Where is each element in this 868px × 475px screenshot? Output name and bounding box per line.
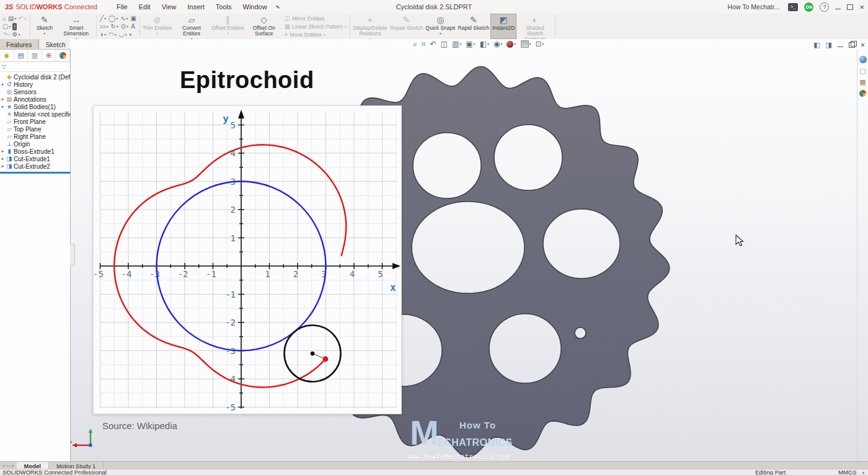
doc-restore-button[interactable] bbox=[849, 42, 855, 48]
right-pane-toggle-icon[interactable]: ◨ bbox=[826, 41, 832, 49]
doc-minimize-button[interactable] bbox=[838, 47, 843, 47]
arc-tool-button[interactable]: ◠▾ bbox=[108, 32, 117, 38]
repair-sketch-button: ✎Repair Sketch bbox=[389, 14, 424, 39]
circle-tool-button[interactable]: ◯▾ bbox=[108, 16, 118, 22]
expand-arrow-icon[interactable]: ▸ bbox=[0, 104, 6, 109]
rotate-entities-tool-button[interactable]: ↻▾ bbox=[110, 24, 118, 30]
part-icon: ◆ bbox=[6, 74, 13, 80]
rapid-sketch-button[interactable]: ✎Rapid Sketch bbox=[457, 14, 491, 39]
rollback-bar[interactable] bbox=[0, 172, 70, 174]
tree-item-boss-extrude1[interactable]: ▸▮Boss-Extrude1 bbox=[0, 148, 70, 155]
left-pane-toggle-icon[interactable]: ◧ bbox=[813, 41, 820, 49]
point-tool-button[interactable]: ▪ bbox=[129, 32, 131, 38]
tab-sketch[interactable]: Sketch bbox=[38, 39, 72, 49]
command-console-icon[interactable]: >_ bbox=[788, 3, 798, 11]
tab-nav-1[interactable]: ‹ bbox=[6, 464, 7, 468]
redo-button[interactable]: ↷▾ bbox=[2, 32, 10, 38]
tree-item-right-plane[interactable]: ▱Right Plane bbox=[0, 133, 70, 140]
tree-item-top-plane[interactable]: ▱Top Plane bbox=[0, 125, 70, 133]
tree-item-annotations[interactable]: ▸▤Annotations bbox=[0, 95, 70, 103]
sketch-button[interactable]: ✎Sketch▾ bbox=[32, 14, 58, 39]
tree-filter-row[interactable]: ▽ bbox=[0, 62, 70, 72]
tree-item-cut-extrude2[interactable]: ▸◨Cut-Extrude2 bbox=[0, 162, 70, 170]
help-icon[interactable]: ? bbox=[820, 2, 829, 12]
tree-item-cut-extrude1[interactable]: ▸◨Cut-Extrude1 bbox=[0, 155, 70, 162]
restore-button[interactable] bbox=[847, 4, 853, 10]
hide-show-items-icon[interactable]: ◉▾ bbox=[494, 40, 503, 48]
doc-close-button[interactable]: × bbox=[861, 42, 865, 49]
tab-nav-3[interactable]: » bbox=[12, 464, 14, 468]
minimize-button[interactable] bbox=[835, 9, 841, 9]
slot-tool-button[interactable]: ◖▾ bbox=[100, 32, 106, 38]
line-tool-button[interactable]: ╱▾ bbox=[100, 16, 106, 22]
tree-item-sensors[interactable]: ◎Sensors bbox=[0, 88, 70, 95]
smart-dimension-button[interactable]: ↔Smart Dimension▾ bbox=[58, 14, 95, 39]
apply-scene-icon[interactable]: ▾ bbox=[521, 40, 531, 48]
collapsed-panel-handle[interactable] bbox=[70, 244, 75, 266]
expand-arrow-icon[interactable]: ▸ bbox=[0, 164, 6, 169]
featuremanager-tab-strip: ◆▤▥⊕ bbox=[0, 50, 70, 62]
design-library-icon[interactable]: ▢ bbox=[859, 68, 866, 74]
quick-snaps-button[interactable]: ◎Quick Snaps▾ bbox=[424, 14, 456, 39]
svg-text:5: 5 bbox=[231, 120, 236, 130]
tree-root[interactable]: ◆Cycloidal disk 2 (Default) <<Defaul bbox=[0, 73, 70, 81]
menu-insert[interactable]: Insert bbox=[182, 3, 210, 11]
text-tool-button[interactable]: A bbox=[131, 24, 135, 30]
expand-arrow-icon[interactable]: ▸ bbox=[0, 149, 6, 154]
tree-tab-configurationmanager[interactable]: ▥ bbox=[28, 50, 42, 61]
annotation-views-icon[interactable]: ▥▾ bbox=[452, 40, 461, 48]
appearance-ball-icon bbox=[507, 41, 513, 48]
home-button[interactable]: ⌂ bbox=[2, 16, 6, 22]
tree-tab-displaymanager[interactable] bbox=[56, 50, 70, 61]
rebuild-button[interactable] bbox=[12, 23, 17, 30]
expand-arrow-icon[interactable]: ▸ bbox=[0, 156, 6, 161]
3dexperience-icon[interactable] bbox=[859, 56, 867, 63]
tree-item-solid-bodies-1-[interactable]: ▸■Solid Bodies(1) bbox=[0, 103, 70, 110]
rectangle-tool-button[interactable]: ▭▾ bbox=[100, 24, 108, 30]
tree-item-material-not-specified-[interactable]: ≡Material <not specified> bbox=[0, 110, 70, 118]
appearances-scenes-icon[interactable] bbox=[859, 90, 866, 97]
tab-nav-2[interactable]: › bbox=[9, 464, 10, 468]
menu-view[interactable]: View bbox=[156, 3, 182, 11]
tab-features[interactable]: Features bbox=[0, 39, 38, 49]
menu-tools[interactable]: Tools bbox=[210, 3, 237, 11]
menu-window[interactable]: Window bbox=[237, 3, 273, 11]
section-view-icon[interactable]: ◫ bbox=[441, 40, 448, 48]
ellipse-tool-button[interactable]: ⊙▾ bbox=[121, 24, 128, 30]
view-orientation-icon[interactable]: ▣▾ bbox=[466, 40, 475, 48]
edit-appearance-icon[interactable]: ▾ bbox=[507, 41, 516, 48]
new-document-button[interactable]: ▢▾ bbox=[2, 24, 11, 30]
previous-view-icon[interactable]: ↶ bbox=[430, 40, 436, 48]
offset-on-surface-button[interactable]: ◇Offset On Surface bbox=[246, 14, 283, 39]
instant2d-button[interactable]: ◩Instant2D bbox=[490, 14, 516, 39]
tab-nav-0[interactable]: « bbox=[2, 464, 5, 468]
save-button[interactable]: ▤▾ bbox=[8, 16, 16, 22]
undo-button[interactable]: ↶▾ bbox=[19, 16, 26, 22]
tree-tab-dimxpertmanager[interactable]: ⊕ bbox=[42, 50, 56, 61]
fillet-tool-button[interactable]: ◡▾ bbox=[119, 32, 127, 38]
tree-item-origin[interactable]: ⊥Origin bbox=[0, 140, 70, 148]
spline-tool-button[interactable]: ∿▾ bbox=[120, 16, 128, 22]
account-name[interactable]: How To Mechatr... bbox=[728, 3, 780, 11]
expand-arrow-icon[interactable]: ▸ bbox=[0, 97, 6, 102]
zoom-to-area-icon[interactable]: ⌗ bbox=[422, 40, 426, 48]
options-button[interactable]: ⚙▾ bbox=[12, 32, 20, 38]
file-explorer-icon[interactable]: ▦ bbox=[859, 79, 866, 86]
pin-icon[interactable]: ✒ bbox=[273, 2, 281, 11]
expand-arrow-icon[interactable]: ▸ bbox=[0, 82, 6, 87]
tree-item-front-plane[interactable]: ▱Front Plane bbox=[0, 118, 70, 125]
close-button[interactable]: × bbox=[859, 3, 864, 11]
tree-tab-propertymanager[interactable]: ▤ bbox=[14, 50, 29, 61]
scene-icon bbox=[521, 40, 529, 48]
menu-edit[interactable]: Edit bbox=[133, 3, 156, 11]
zoom-to-fit-icon[interactable]: ⌕ bbox=[413, 40, 417, 48]
tree-item-history[interactable]: ▸↺History bbox=[0, 81, 70, 88]
menu-file[interactable]: File bbox=[111, 3, 133, 11]
avatar[interactable]: DN bbox=[804, 2, 813, 12]
convert-entities-button[interactable]: ▱Convert Entities▾ bbox=[173, 14, 210, 39]
view-settings-icon[interactable]: ⊡▾ bbox=[536, 40, 544, 48]
display-style-icon[interactable]: ◧▾ bbox=[480, 40, 489, 48]
sketch-picture-tool-button[interactable]: ▣ bbox=[131, 16, 136, 22]
units-selector[interactable]: MMGS▼ bbox=[838, 469, 866, 475]
tree-tab-featuremanager[interactable]: ◆ bbox=[0, 50, 14, 61]
